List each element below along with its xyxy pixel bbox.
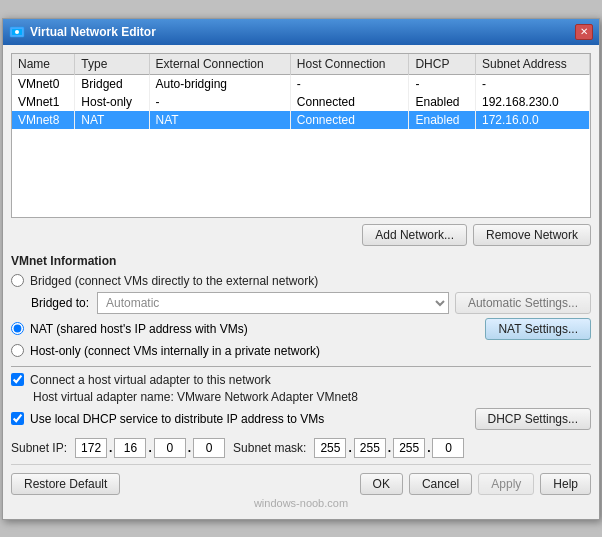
host-only-radio-row: Host-only (connect VMs internally in a p…	[11, 344, 591, 358]
connect-adapter-label: Connect a host virtual adapter to this n…	[30, 373, 271, 387]
titlebar: Virtual Network Editor ✕	[3, 19, 599, 45]
close-button[interactable]: ✕	[575, 24, 593, 40]
dhcp-label: Use local DHCP service to distribute IP …	[30, 412, 324, 426]
nat-radio[interactable]	[11, 322, 24, 335]
subnet-ip-octet-1[interactable]	[114, 438, 146, 458]
col-external: External Connection	[149, 54, 290, 75]
subnet-ip-octet-2[interactable]	[154, 438, 186, 458]
adapter-name-row: Host virtual adapter name: VMware Networ…	[33, 390, 591, 404]
subnet-mask-octet-2[interactable]	[393, 438, 425, 458]
restore-default-button[interactable]: Restore Default	[11, 473, 120, 495]
help-button[interactable]: Help	[540, 473, 591, 495]
col-name: Name	[12, 54, 75, 75]
remove-network-button[interactable]: Remove Network	[473, 224, 591, 246]
row1-dhcp: Enabled	[409, 93, 476, 111]
table-row[interactable]: VMnet1 Host-only - Connected Enabled 192…	[12, 93, 590, 111]
network-action-buttons: Add Network... Remove Network	[11, 224, 591, 246]
virtual-network-editor-window: Virtual Network Editor ✕ Name Type Exter…	[2, 18, 600, 520]
col-subnet: Subnet Address	[475, 54, 589, 75]
row0-type: Bridged	[75, 74, 149, 93]
col-dhcp: DHCP	[409, 54, 476, 75]
row1-external: -	[149, 93, 290, 111]
row1-name: VMnet1	[12, 93, 75, 111]
subnet-ip-label: Subnet IP:	[11, 441, 67, 455]
watermark: windows-noob.com	[11, 495, 591, 511]
connect-adapter-row: Connect a host virtual adapter to this n…	[11, 373, 591, 387]
row2-external: NAT	[149, 111, 290, 129]
table-row[interactable]: VMnet8 NAT NAT Connected Enabled 172.16.…	[12, 111, 590, 129]
subnet-mask-octet-1[interactable]	[354, 438, 386, 458]
nat-label: NAT (shared host's IP address with VMs)	[30, 322, 248, 336]
connect-adapter-checkbox[interactable]	[11, 373, 24, 386]
adapter-name-text: Host virtual adapter name: VMware Networ…	[33, 390, 358, 404]
subnet-ip-octet-3[interactable]	[193, 438, 225, 458]
col-type: Type	[75, 54, 149, 75]
row1-subnet: 192.168.230.0	[475, 93, 589, 111]
subnet-mask-octet-3[interactable]	[432, 438, 464, 458]
host-only-label: Host-only (connect VMs internally in a p…	[30, 344, 320, 358]
subnet-ip-fields: . . .	[75, 438, 225, 458]
col-host: Host Connection	[290, 54, 409, 75]
row0-external: Auto-bridging	[149, 74, 290, 93]
bridged-to-label: Bridged to:	[31, 296, 91, 310]
subnet-mask-label: Subnet mask:	[233, 441, 306, 455]
bridged-radio-row: Bridged (connect VMs directly to the ext…	[11, 274, 591, 288]
nat-radio-row: NAT (shared host's IP address with VMs) …	[11, 318, 591, 340]
host-only-radio[interactable]	[11, 344, 24, 357]
nat-settings-button[interactable]: NAT Settings...	[485, 318, 591, 340]
network-table-container: Name Type External Connection Host Conne…	[11, 53, 591, 218]
dhcp-checkbox[interactable]	[11, 412, 24, 425]
auto-settings-button[interactable]: Automatic Settings...	[455, 292, 591, 314]
bridged-to-row: Bridged to: Automatic Automatic Settings…	[31, 292, 591, 314]
dhcp-row: Use local DHCP service to distribute IP …	[11, 408, 591, 430]
add-network-button[interactable]: Add Network...	[362, 224, 467, 246]
row0-dhcp: -	[409, 74, 476, 93]
row2-dhcp: Enabled	[409, 111, 476, 129]
subnet-row: Subnet IP: . . . Subnet mask: . .	[11, 438, 591, 465]
dhcp-settings-button[interactable]: DHCP Settings...	[475, 408, 591, 430]
dhcp-row-left: Use local DHCP service to distribute IP …	[11, 412, 324, 426]
vmnet-info-section: VMnet Information Bridged (connect VMs d…	[11, 254, 591, 495]
row2-host: Connected	[290, 111, 409, 129]
row2-subnet: 172.16.0.0	[475, 111, 589, 129]
table-header-row: Name Type External Connection Host Conne…	[12, 54, 590, 75]
main-content: Name Type External Connection Host Conne…	[3, 45, 599, 519]
apply-button[interactable]: Apply	[478, 473, 534, 495]
subnet-ip-octet-0[interactable]	[75, 438, 107, 458]
row1-type: Host-only	[75, 93, 149, 111]
bridged-to-select[interactable]: Automatic	[97, 292, 449, 314]
row0-host: -	[290, 74, 409, 93]
titlebar-left: Virtual Network Editor	[9, 24, 156, 40]
app-icon	[9, 24, 25, 40]
row2-type: NAT	[75, 111, 149, 129]
ok-button[interactable]: OK	[360, 473, 403, 495]
row0-name: VMnet0	[12, 74, 75, 93]
subnet-mask-octet-0[interactable]	[314, 438, 346, 458]
table-row[interactable]: VMnet0 Bridged Auto-bridging - - -	[12, 74, 590, 93]
row0-subnet: -	[475, 74, 589, 93]
section-title: VMnet Information	[11, 254, 591, 268]
bridged-label: Bridged (connect VMs directly to the ext…	[30, 274, 318, 288]
footer-row: Restore Default OK Cancel Apply Help	[11, 473, 591, 495]
row1-host: Connected	[290, 93, 409, 111]
cancel-button[interactable]: Cancel	[409, 473, 472, 495]
nat-row-left: NAT (shared host's IP address with VMs)	[11, 322, 248, 336]
footer-right-buttons: OK Cancel Apply Help	[360, 473, 591, 495]
subnet-mask-fields: . . .	[314, 438, 464, 458]
network-table: Name Type External Connection Host Conne…	[12, 54, 590, 129]
svg-point-2	[15, 30, 19, 34]
window-title: Virtual Network Editor	[30, 25, 156, 39]
titlebar-buttons: ✕	[575, 24, 593, 40]
row2-name: VMnet8	[12, 111, 75, 129]
bridged-radio[interactable]	[11, 274, 24, 287]
